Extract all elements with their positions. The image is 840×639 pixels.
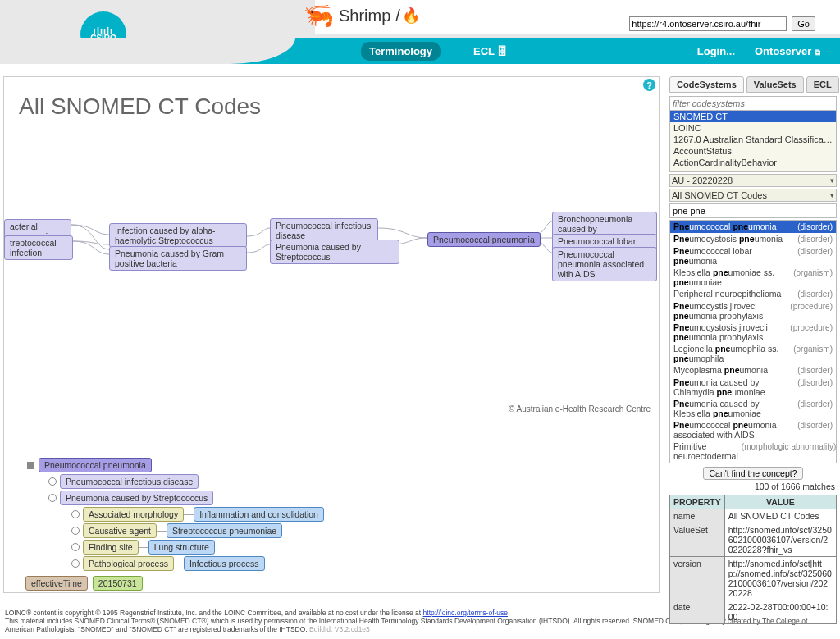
nav-login[interactable]: Login...: [697, 45, 735, 57]
tree-bullet-icon[interactable]: [71, 510, 80, 518]
result-label: Peripheral neuroepithelioma: [673, 289, 781, 299]
result-row[interactable]: Legionella pneumophila ss. pneumophila(o…: [670, 343, 836, 364]
prop-val: http://snomed.info/sct/32506021000036107…: [724, 523, 836, 557]
prop-val: http://snomed.info/sct|http://snomed.inf…: [724, 557, 836, 600]
nav-terminology[interactable]: Terminology: [361, 42, 441, 61]
graph-node[interactable]: Pneumonia caused by Gram positive bacter…: [109, 246, 247, 271]
codesystem-item[interactable]: SNOMED CT: [670, 111, 836, 122]
tree-chip[interactable]: Pneumonia caused by Streptococcus: [60, 491, 213, 505]
server-url-group: Go: [629, 16, 815, 31]
page-title: All SNOMED CT Codes: [19, 94, 261, 120]
meta-val-chip[interactable]: 20150731: [93, 576, 143, 591]
result-row[interactable]: Pneumococcal pneumonia associated with A…: [670, 419, 836, 440]
tree-bullet-icon[interactable]: [71, 527, 80, 535]
result-label: Pneumonia caused by Chlamydia pneumoniae: [673, 377, 794, 397]
rel-key-chip[interactable]: Pathological process: [83, 556, 174, 571]
prop-header-key: PROPERTY: [670, 495, 725, 509]
nav-ontoserver[interactable]: Ontoserver ⧉: [755, 45, 820, 57]
concept-search-input[interactable]: [669, 203, 837, 218]
go-button[interactable]: Go: [792, 16, 815, 31]
result-type: (disorder): [797, 399, 833, 409]
result-row[interactable]: Mycoplasma pneumonia(disorder): [670, 364, 836, 377]
result-label: Primitive neuroectodermal tumour: [673, 441, 738, 463]
prop-header-value: VALUE: [724, 495, 836, 509]
tree-root-icon[interactable]: [27, 464, 34, 467]
result-row[interactable]: Pneumocystis jiroveci pneumonia prophyla…: [670, 300, 836, 322]
tab-codesystems[interactable]: CodeSystems: [669, 76, 744, 93]
rel-val-chip[interactable]: Infectious process: [184, 556, 265, 571]
detail-tree: Pneumococcal pneumonia Pneumococcal infe…: [25, 456, 324, 573]
codesystem-item[interactable]: AccountStatus: [670, 145, 836, 157]
nav-ecl[interactable]: ECL 🗄: [465, 42, 516, 61]
result-type: (disorder): [797, 247, 833, 257]
result-type: (organism): [793, 345, 833, 354]
filter-codesystems-input[interactable]: [669, 96, 837, 111]
help-icon[interactable]: ?: [643, 79, 655, 91]
nav-band: Terminology ECL 🗄 Login... Ontoserver ⧉: [0, 38, 840, 64]
property-table: PROPERTYVALUE nameAll SNOMED CT Codes Va…: [669, 495, 837, 624]
result-row[interactable]: Pneumonia caused by Chlamydia pneumoniae…: [670, 377, 836, 398]
prop-key: ValueSet: [670, 523, 725, 557]
tree-chip[interactable]: Pneumococcal infectious disease: [60, 474, 199, 489]
result-row[interactable]: Primitive neuroectodermal tumour(morphol…: [670, 440, 836, 463]
result-row[interactable]: Pneumococcal lobar pneumonia(disorder): [670, 245, 836, 267]
rel-val-chip[interactable]: Inflammation and consolidation: [194, 507, 324, 522]
results-list[interactable]: Pneumococcal pneumonia(disorder)Pneumocy…: [669, 220, 837, 463]
tree-bullet-icon[interactable]: [71, 559, 80, 568]
tree-bullet-icon[interactable]: [71, 543, 80, 551]
codesystem-item[interactable]: 1267.0 Australian Standard Classificatio…: [670, 134, 836, 145]
result-type: (disorder): [797, 366, 833, 376]
codesystem-item[interactable]: ActionConditionKind: [670, 168, 836, 172]
footer-loinc-link[interactable]: http://loinc.org/terms-of-use: [423, 609, 508, 617]
tree-bullet-icon[interactable]: [48, 494, 57, 502]
rel-key-chip[interactable]: Causative agent: [83, 523, 157, 538]
result-label: Pneumococcal pneumonia associated with A…: [673, 420, 794, 440]
graph-node[interactable]: treptococcal infection: [4, 235, 73, 260]
prop-key: date: [670, 600, 725, 624]
right-tabs: CodeSystems ValueSets ECL: [669, 76, 837, 93]
graph-node[interactable]: Infection caused by alpha-haemolytic Str…: [109, 223, 247, 248]
tree-root-chip[interactable]: Pneumococcal pneumonia: [39, 458, 152, 472]
graph-area[interactable]: acterial pneumonia treptococcal infectio…: [4, 200, 660, 315]
prop-key: name: [670, 509, 725, 523]
briefcase-icon: 🗄: [497, 45, 508, 57]
tree-bullet-icon[interactable]: [48, 477, 57, 486]
prop-val: All SNOMED CT Codes: [724, 509, 836, 523]
result-row[interactable]: Peripheral neuroepithelioma(disorder): [670, 288, 836, 300]
cant-find-button[interactable]: Can't find the concept?: [703, 467, 802, 480]
meta-block: effectiveTime 20150731 moduleId SNOMED C…: [25, 576, 159, 593]
fire-icon: 🔥: [402, 7, 420, 25]
graph-node[interactable]: Pneumococcal pneumonia associated with A…: [552, 247, 657, 281]
meta-key-chip[interactable]: effectiveTime: [25, 576, 88, 591]
tab-valuesets[interactable]: ValueSets: [746, 76, 804, 93]
codesystem-item[interactable]: ActionCardinalityBehavior: [670, 157, 836, 168]
attribution-text: © Australian e-Health Research Centre: [509, 404, 651, 413]
result-row[interactable]: Pneumococcal pneumonia(disorder): [670, 221, 836, 233]
rel-key-chip[interactable]: Finding site: [83, 540, 139, 555]
prop-val: 2022-02-28T00:00:00+10:00: [724, 600, 836, 624]
result-type: (disorder): [797, 235, 833, 244]
right-pane: CodeSystems ValueSets ECL SNOMED CTLOINC…: [669, 76, 837, 624]
rel-val-chip[interactable]: Streptococcus pneumoniae: [167, 523, 282, 538]
result-row[interactable]: Klebsiella pneumoniae ss. pneumoniae(org…: [670, 267, 836, 288]
app-brand[interactable]: 🦐 Shrimp / 🔥: [304, 3, 420, 28]
result-row[interactable]: Pneumonia caused by Klebsiella pneumonia…: [670, 398, 836, 419]
codesystem-list[interactable]: SNOMED CTLOINC1267.0 Australian Standard…: [669, 111, 837, 172]
result-row[interactable]: Pneumocystosis jirovecii pneumonia proph…: [670, 322, 836, 343]
result-type: (disorder): [797, 222, 833, 232]
graph-node[interactable]: Pneumonia caused by Streptococcus: [270, 240, 399, 264]
footer-buildid: BuildId: V3.2.cd1e3: [309, 625, 370, 633]
codesystem-item[interactable]: LOINC: [670, 122, 836, 134]
nav-items-left: Terminology ECL 🗄: [361, 38, 516, 64]
rel-key-chip[interactable]: Associated morphology: [83, 507, 184, 522]
tab-ecl[interactable]: ECL: [806, 76, 839, 93]
version-select[interactable]: AU - 20220228▾: [669, 174, 837, 187]
match-count: 100 of 1666 matches: [669, 482, 835, 491]
result-row[interactable]: Pneumocystosis pneumonia(disorder): [670, 233, 836, 245]
shrimp-icon: 🦐: [304, 3, 334, 28]
server-url-input[interactable]: [629, 16, 787, 31]
graph-node-selected[interactable]: Pneumococcal pneumonia: [427, 232, 541, 247]
prop-key: version: [670, 557, 725, 600]
valueset-select[interactable]: All SNOMED CT Codes▾: [669, 189, 837, 202]
rel-val-chip[interactable]: Lung structure: [148, 540, 215, 555]
